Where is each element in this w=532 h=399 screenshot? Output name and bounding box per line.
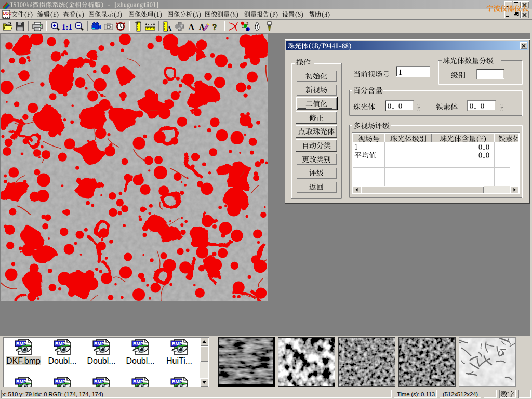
svg-text:DOC: DOC — [3, 11, 11, 15]
svg-text:?: ? — [212, 22, 217, 32]
svg-text:2: 2 — [246, 21, 249, 26]
svg-text:A: A — [188, 22, 195, 32]
svg-text:A: A — [167, 24, 172, 32]
svg-text:1:1: 1:1 — [62, 23, 72, 31]
svg-text:3: 3 — [246, 27, 249, 32]
